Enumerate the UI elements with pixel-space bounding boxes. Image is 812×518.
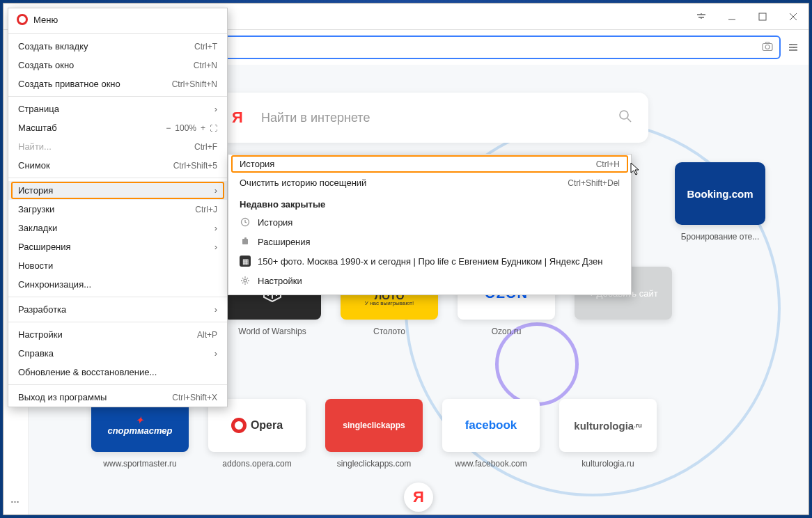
- maximize-button[interactable]: [747, 3, 778, 29]
- booking-label: Бронирование оте...: [681, 232, 760, 242]
- menu-exit[interactable]: Выход из программы Ctrl+Shift+X: [8, 388, 227, 407]
- zoom-out-icon[interactable]: −: [166, 123, 171, 133]
- menu-title: Меню: [33, 15, 58, 25]
- booking-logo: Booking.com: [687, 188, 753, 200]
- tile-sportmaster[interactable]: ✦спортмастер www.sportmaster.ru: [91, 399, 189, 469]
- zoom-in-icon[interactable]: +: [201, 123, 205, 133]
- opera-logo-icon: [17, 14, 28, 25]
- fullscreen-icon[interactable]: ⛶: [210, 124, 217, 132]
- menu-header: Меню: [8, 8, 227, 31]
- menu-update[interactable]: Обновление & восстановление...: [8, 363, 227, 382]
- tile-label: singleclickapps.com: [337, 459, 412, 469]
- tile-kulturologia[interactable]: kulturologia.ru kulturologia.ru: [559, 399, 657, 469]
- booking-tile[interactable]: Booking.com Бронирование оте...: [668, 162, 772, 242]
- tile-label: addons.opera.com: [222, 459, 291, 469]
- submenu-recent-photos[interactable]: ▦ 150+ фото. Москва 1990-х и сегодня | П…: [228, 251, 631, 271]
- tile-label: [622, 327, 624, 336]
- menu-page[interactable]: Страница ›: [8, 100, 227, 118]
- browser-window: … Я Найти в интернете Booking.com Бронир…: [3, 3, 809, 515]
- menu-new-window[interactable]: Создать окно Ctrl+N: [8, 56, 227, 74]
- tile-label: World of Warships: [238, 327, 306, 336]
- highlight-annotation: [231, 155, 628, 173]
- submenu-recent-history[interactable]: История: [228, 212, 631, 232]
- menu-sync[interactable]: Синхронизация...: [8, 275, 227, 294]
- chevron-right-icon: ›: [214, 185, 217, 196]
- menu-extensions[interactable]: Расширения ›: [8, 237, 227, 256]
- chevron-right-icon: ›: [214, 104, 217, 114]
- more-icon[interactable]: …: [10, 494, 21, 515]
- history-submenu: История Ctrl+H Очистить историю посещени…: [228, 154, 632, 295]
- svg-rect-0: [759, 13, 766, 20]
- submenu-history[interactable]: История Ctrl+H: [228, 155, 631, 173]
- svg-point-8: [244, 279, 247, 282]
- page-icon: ▦: [240, 256, 251, 267]
- menu-help[interactable]: Справка ›: [8, 344, 227, 363]
- tile-label: www.facebook.com: [455, 459, 526, 469]
- tile-label: Ozon.ru: [492, 327, 522, 336]
- tile-label: www.sportmaster.ru: [103, 459, 176, 469]
- menu-history[interactable]: История ›: [8, 181, 227, 200]
- tiles-row-2: ✦спортмастер www.sportmaster.ru Opera ad…: [91, 399, 657, 469]
- menu-snapshot[interactable]: Снимок Ctrl+Shift+5: [8, 156, 227, 175]
- menu-bookmarks[interactable]: Закладки ›: [8, 219, 227, 237]
- menu-news[interactable]: Новости: [8, 256, 227, 275]
- menu-new-private[interactable]: Создать приватное окно Ctrl+Shift+N: [8, 74, 227, 93]
- svg-point-2: [765, 45, 770, 49]
- chevron-right-icon: ›: [214, 348, 217, 359]
- submenu-recent-heading: Недавно закрытые: [228, 192, 631, 212]
- clock-icon: [240, 217, 251, 228]
- submenu-recent-settings[interactable]: Настройки: [228, 271, 631, 290]
- tile-facebook[interactable]: facebook www.facebook.com: [442, 399, 540, 469]
- window-controls: [717, 3, 809, 29]
- tile-singleclick[interactable]: singleclickapps singleclickapps.com: [325, 399, 423, 469]
- menu-develop[interactable]: Разработка ›: [8, 300, 227, 319]
- extension-icon: [240, 236, 251, 247]
- filter-icon[interactable]: [786, 42, 800, 53]
- zoom-value: 100%: [175, 123, 196, 133]
- submenu-recent-extensions[interactable]: Расширения: [228, 232, 631, 251]
- chevron-right-icon: ›: [214, 304, 217, 315]
- minimize-button[interactable]: [717, 3, 747, 29]
- menu-new-tab[interactable]: Создать вкладку Ctrl+T: [8, 37, 227, 56]
- tile-label: Столото: [373, 327, 405, 336]
- yandex-badge[interactable]: Я: [404, 482, 433, 512]
- menu-zoom[interactable]: Масштаб − 100% + ⛶: [8, 118, 227, 137]
- booking-card: Booking.com: [675, 162, 765, 225]
- yandex-logo: Я: [232, 109, 250, 127]
- svg-rect-7: [244, 237, 247, 240]
- svg-rect-6: [242, 239, 248, 244]
- tile-opera[interactable]: Opera addons.opera.com: [208, 399, 306, 469]
- gear-icon: [240, 275, 251, 286]
- main-menu: Меню Создать вкладку Ctrl+T Создать окно…: [8, 8, 228, 407]
- search-placeholder: Найти в интернете: [261, 111, 370, 125]
- svg-point-4: [620, 111, 628, 119]
- chevron-right-icon: ›: [214, 223, 217, 233]
- search-icon[interactable]: [618, 109, 633, 127]
- menu-settings[interactable]: Настройки Alt+P: [8, 325, 227, 344]
- chevron-right-icon: ›: [214, 242, 217, 252]
- menu-downloads[interactable]: Загрузки Ctrl+J: [8, 200, 227, 219]
- camera-icon[interactable]: [761, 40, 774, 55]
- tile-label: kulturologia.ru: [581, 459, 634, 469]
- search-card[interactable]: Я Найти в интернете: [217, 93, 648, 143]
- submenu-clear[interactable]: Очистить историю посещений Ctrl+Shift+De…: [228, 173, 631, 192]
- menu-find: Найти... Ctrl+F: [8, 137, 227, 156]
- close-button[interactable]: [778, 3, 809, 29]
- easy-setup-button[interactable]: [686, 3, 717, 29]
